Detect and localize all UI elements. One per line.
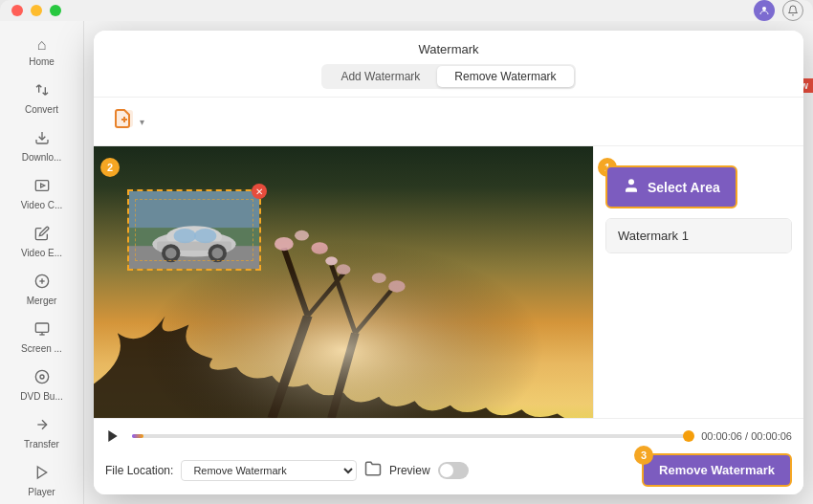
dialog-body: 2	[94, 146, 803, 418]
sidebar-item-transfer[interactable]: Transfer	[0, 409, 83, 457]
main-content: New Watermark Add Watermark Remove Water…	[84, 21, 813, 504]
progress-bar-fill	[132, 434, 143, 438]
progress-bar-track[interactable]	[132, 434, 693, 438]
tree-layer	[94, 146, 593, 418]
sidebar-item-home[interactable]: ⌂ Home	[0, 29, 83, 75]
file-location-label: File Location:	[105, 464, 173, 477]
close-button[interactable]	[11, 5, 23, 16]
dialog-toolbar: ▾	[94, 98, 803, 146]
dialog-header: Watermark Add Watermark Remove Watermark	[94, 31, 803, 98]
tab-remove-watermark[interactable]: Remove Watermark	[437, 66, 573, 87]
video-edit-icon	[34, 226, 50, 245]
video-compress-icon	[34, 178, 50, 197]
app-container: ⌂ Home Convert Downlo... Video C... Vi	[0, 21, 813, 504]
select-area-container: 1 Select Area	[605, 165, 792, 208]
time-display: 00:00:06 / 00:00:06	[701, 430, 792, 442]
download-icon	[34, 130, 50, 149]
transfer-icon	[34, 417, 50, 436]
dvd-icon	[34, 369, 50, 388]
play-button[interactable]	[105, 427, 124, 446]
window-chrome	[0, 0, 813, 21]
tab-row: Add Watermark Remove Watermark	[321, 64, 575, 89]
sidebar-item-screen[interactable]: Screen ...	[0, 314, 83, 362]
select-area-icon	[623, 177, 640, 197]
remove-btn-container: 3 Remove Watermark	[642, 453, 792, 487]
svg-point-10	[35, 370, 48, 383]
svg-marker-47	[108, 430, 117, 442]
dialog-footer: 00:00:06 / 00:00:06 File Location: Remov…	[94, 418, 803, 494]
watermark-dialog: Watermark Add Watermark Remove Watermark…	[94, 31, 803, 494]
notification-icon[interactable]	[782, 0, 803, 21]
home-icon: ⌂	[37, 36, 47, 54]
svg-marker-3	[40, 184, 44, 187]
preview-toggle[interactable]	[438, 462, 469, 479]
tab-add-watermark[interactable]: Add Watermark	[323, 66, 437, 87]
sidebar-item-video-edit[interactable]: Video E...	[0, 218, 83, 266]
sidebar-item-merger[interactable]: Merger	[0, 266, 83, 314]
preview-label: Preview	[389, 464, 430, 477]
svg-rect-2	[35, 181, 48, 191]
video-area: 2	[94, 146, 593, 418]
dialog-title: Watermark	[418, 42, 478, 56]
svg-point-11	[40, 375, 44, 379]
sidebar-item-convert[interactable]: Convert	[0, 75, 83, 122]
watermark-close-button[interactable]: ✕	[252, 184, 267, 199]
svg-marker-12	[37, 467, 46, 478]
sidebar: ⌂ Home Convert Downlo... Video C... Vi	[0, 21, 84, 504]
file-location-select[interactable]: Remove Watermark Same as Source Custom	[181, 460, 357, 481]
maximize-button[interactable]	[50, 5, 61, 16]
watermark-list: Watermark 1	[605, 218, 792, 253]
minimize-button[interactable]	[31, 5, 42, 16]
video-background: 2	[94, 146, 593, 418]
chevron-down-icon: ▾	[140, 117, 144, 127]
svg-point-46	[628, 179, 634, 185]
remove-watermark-button[interactable]: Remove Watermark	[642, 453, 792, 487]
step2-badge: 2	[100, 158, 120, 177]
convert-icon	[34, 82, 50, 101]
watermark-list-item[interactable]: Watermark 1	[606, 219, 791, 252]
add-file-button[interactable]: ▾	[105, 103, 152, 140]
folder-button[interactable]	[364, 460, 382, 480]
header-icons	[754, 0, 803, 21]
right-panel: 1 Select Area Watermark 1	[593, 146, 803, 418]
preview-toggle-knob	[440, 464, 453, 477]
progress-row: 00:00:06 / 00:00:06	[105, 427, 792, 446]
watermark-box-inner	[135, 199, 253, 261]
sidebar-item-video-compress[interactable]: Video C...	[0, 170, 83, 218]
file-location-row: File Location: Remove Watermark Same as …	[105, 453, 792, 487]
sidebar-item-download[interactable]: Downlo...	[0, 122, 83, 170]
select-area-button[interactable]: Select Area	[605, 165, 737, 208]
add-file-icon	[113, 107, 136, 136]
progress-thumb	[683, 430, 694, 442]
player-icon	[34, 465, 50, 484]
sidebar-item-player[interactable]: Player	[0, 457, 83, 504]
merger-icon	[34, 274, 50, 293]
svg-rect-33	[94, 146, 593, 418]
sidebar-item-dvd[interactable]: DVD Bu...	[0, 362, 83, 409]
step3-badge: 3	[634, 446, 653, 465]
user-avatar-icon[interactable]	[754, 0, 775, 21]
screen-icon	[34, 321, 50, 340]
svg-rect-7	[35, 323, 48, 332]
svg-point-0	[762, 7, 766, 11]
watermark-box[interactable]: ✕	[127, 189, 261, 271]
